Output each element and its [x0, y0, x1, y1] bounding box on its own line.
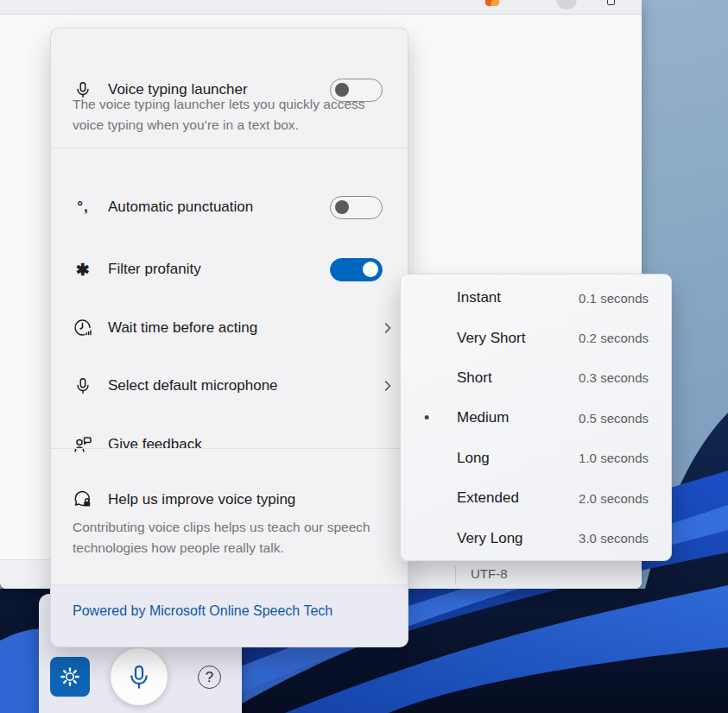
setting-label: Give feedback — [108, 436, 202, 453]
microphone-icon — [125, 663, 153, 691]
setting-row-give-feedback[interactable]: Give feedback — [51, 424, 408, 465]
toggle-knob — [335, 200, 349, 214]
option-duration: 0.3 seconds — [579, 370, 649, 385]
setting-row-wait-time[interactable]: Wait time before acting — [51, 307, 408, 349]
option-label: Instant — [457, 289, 501, 306]
wait-time-submenu: Instant 0.1 seconds Very Short 0.2 secon… — [400, 274, 672, 561]
menu-option-long[interactable]: Long 1.0 seconds — [401, 439, 671, 478]
divider — [51, 448, 408, 449]
setting-row-automatic-punctuation[interactable]: °, Automatic punctuation — [51, 186, 408, 228]
toggle-knob — [363, 262, 378, 277]
divider — [51, 584, 408, 585]
setting-label: Wait time before acting — [108, 319, 257, 337]
panel-footer: Powered by Microsoft Online Speech Tech — [51, 584, 408, 647]
help-label: ? — [206, 669, 213, 686]
option-label: Long — [457, 450, 490, 467]
avatar[interactable] — [556, 0, 577, 9]
setting-label: Select default microphone — [108, 377, 278, 394]
option-label: Extended — [457, 489, 519, 507]
microphone-button[interactable] — [111, 648, 168, 705]
powered-by-link[interactable]: Powered by Microsoft Online Speech Tech — [73, 603, 332, 619]
selected-bullet-icon: • — [424, 409, 429, 427]
punctuation-icon: °, — [72, 196, 94, 218]
option-label: Medium — [457, 409, 509, 426]
menu-option-very-short[interactable]: Very Short 0.2 seconds — [401, 318, 671, 357]
setting-row-help-improve: Help us improve voice typing — [51, 479, 408, 521]
voice-typing-settings-panel: Voice typing launcher The voice typing l… — [50, 28, 408, 647]
microphone-icon — [72, 375, 94, 397]
status-divider — [455, 566, 456, 584]
menu-option-instant[interactable]: Instant 0.1 seconds — [401, 278, 671, 318]
launcher-description: The voice typing launcher lets you quick… — [73, 94, 383, 136]
improve-description: Contributing voice clips helps us teach … — [73, 517, 383, 558]
option-duration: 1.0 seconds — [579, 451, 649, 465]
chevron-right-icon — [382, 380, 394, 392]
privacy-chat-icon — [72, 489, 94, 511]
clock-icon — [72, 317, 94, 339]
setting-row-default-microphone[interactable]: Select default microphone — [51, 365, 408, 407]
option-duration: 0.5 seconds — [579, 411, 649, 426]
browser-toolbar — [0, 0, 642, 15]
option-label: Very Long — [457, 530, 523, 547]
automatic-punctuation-toggle[interactable] — [330, 196, 383, 219]
menu-option-extended[interactable]: Extended 2.0 seconds — [401, 478, 671, 518]
setting-row-filter-profanity[interactable]: ✱ Filter profanity — [51, 249, 408, 290]
menu-option-very-long[interactable]: Very Long 3.0 seconds — [401, 518, 671, 558]
chevron-right-icon — [382, 322, 394, 334]
encoding-status: UTF-8 — [471, 566, 508, 581]
filter-profanity-toggle[interactable] — [330, 258, 383, 281]
setting-label: Filter profanity — [108, 261, 201, 278]
screen: UTF-8 — [0, 0, 728, 713]
menu-option-short[interactable]: Short 0.3 seconds — [401, 358, 671, 398]
gear-icon — [60, 666, 80, 687]
option-duration: 3.0 seconds — [579, 531, 649, 546]
feedback-icon — [72, 433, 94, 456]
option-label: Short — [457, 369, 492, 387]
window-icon[interactable] — [607, 0, 615, 5]
option-duration: 2.0 seconds — [579, 491, 649, 506]
option-label: Very Short — [457, 330, 525, 347]
option-duration: 0.1 seconds — [579, 291, 649, 306]
settings-button[interactable] — [50, 657, 90, 697]
setting-label: Help us improve voice typing — [108, 491, 295, 508]
divider — [51, 148, 408, 148]
asterisk-icon: ✱ — [72, 258, 94, 281]
option-duration: 0.2 seconds — [579, 331, 649, 345]
setting-label: Automatic punctuation — [108, 199, 253, 216]
help-button[interactable]: ? — [198, 666, 221, 689]
menu-option-medium[interactable]: • Medium 0.5 seconds — [401, 398, 671, 438]
extension-icon[interactable] — [485, 0, 499, 6]
